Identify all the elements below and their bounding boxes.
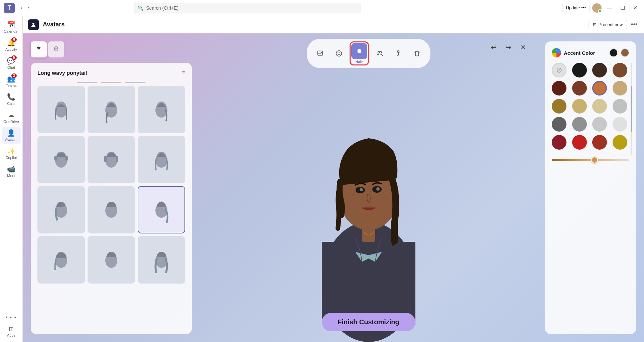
svg-point-12 xyxy=(54,156,57,161)
color-red-brown[interactable] xyxy=(592,135,607,150)
redo-button[interactable]: ↪ xyxy=(502,41,514,53)
svg-point-13 xyxy=(65,156,68,161)
hair-item-9[interactable] xyxy=(138,186,185,233)
teams-badge: 2 xyxy=(11,73,17,78)
hair-item-11[interactable] xyxy=(88,236,135,284)
pose-button[interactable] xyxy=(312,45,328,61)
close-customizer-button[interactable]: ✕ xyxy=(517,41,529,53)
hair-style-title: Long wavy ponytail xyxy=(37,70,87,76)
page-more-button[interactable]: ••• xyxy=(630,20,639,29)
hair-style-icon xyxy=(35,46,42,53)
accent-swatch-2[interactable] xyxy=(621,48,629,57)
color-scrollbar-thumb[interactable] xyxy=(631,86,632,132)
hair-item-7[interactable] xyxy=(37,186,85,233)
svg-point-49 xyxy=(360,188,363,191)
color-tan[interactable] xyxy=(572,99,587,114)
hair-item-5[interactable] xyxy=(88,136,135,183)
sidebar-label-activity: Activity xyxy=(5,47,17,51)
filter-button[interactable]: ≡ xyxy=(181,69,185,76)
sidebar-item-teams[interactable]: 👥2 Teams xyxy=(2,73,21,90)
maximize-button[interactable]: ☐ xyxy=(618,3,628,12)
sidebar-item-chat[interactable]: 💬5 Chat xyxy=(2,55,21,71)
hair-accessory-tab[interactable] xyxy=(48,41,64,57)
color-light-grey[interactable] xyxy=(613,99,627,114)
hair-style-3-svg xyxy=(149,96,173,123)
face-button[interactable] xyxy=(331,45,347,61)
sidebar-label-meet: Meet xyxy=(7,174,15,178)
color-light-silver[interactable] xyxy=(613,117,627,132)
sidebar-item-apps[interactable]: ⊞ Apps xyxy=(2,323,21,339)
finish-customizing-button[interactable]: Finish Customizing xyxy=(321,313,415,331)
minimize-button[interactable]: — xyxy=(604,4,615,12)
color-slider[interactable] xyxy=(552,159,629,161)
hair-item-8[interactable] xyxy=(88,186,135,233)
color-scrollbar-track xyxy=(631,63,632,155)
right-panel: Accent Color ⊘ xyxy=(537,33,644,342)
more-icon: • • • xyxy=(6,315,16,320)
color-dark-grey[interactable] xyxy=(552,117,566,132)
update-label: Update xyxy=(566,5,580,10)
hair-scroll-area[interactable] xyxy=(37,86,185,327)
hair-style-8-svg xyxy=(99,196,123,223)
active-indicator xyxy=(0,131,0,139)
color-dark-gold[interactable] xyxy=(613,135,627,150)
right-toolbar: ↩ ↪ ✕ xyxy=(488,41,529,53)
hair-item-12[interactable] xyxy=(138,236,185,284)
sidebar-label-chat: Chat xyxy=(7,65,15,69)
sidebar-item-onedrive[interactable]: ☁ OneDrive xyxy=(2,109,21,126)
sidebar-label-calls: Calls xyxy=(7,102,15,106)
color-golden-brown[interactable] xyxy=(552,99,566,114)
back-button[interactable]: ‹ xyxy=(19,4,24,12)
sidebar-item-more[interactable]: • • • xyxy=(2,313,21,322)
hair-item-6[interactable] xyxy=(138,136,185,183)
slider-section xyxy=(552,159,629,161)
hair-tab-bar xyxy=(31,41,192,57)
color-ash-blonde[interactable] xyxy=(592,99,607,114)
update-button[interactable]: Update ••• xyxy=(562,4,590,12)
sidebar-label-onedrive: OneDrive xyxy=(3,120,19,124)
color-auburn[interactable] xyxy=(592,81,607,96)
hair-item-10[interactable] xyxy=(37,236,85,284)
forward-button[interactable]: › xyxy=(26,4,31,12)
sidebar-item-copilot[interactable]: ✨ Copilot xyxy=(2,145,21,162)
svg-point-35 xyxy=(339,52,340,53)
body-button[interactable] xyxy=(390,45,406,61)
hair-item-4[interactable] xyxy=(37,136,85,183)
sidebar-item-calls[interactable]: 📞 Calls xyxy=(2,91,21,108)
color-black[interactable] xyxy=(572,63,587,77)
hair-style-1-svg xyxy=(49,96,73,123)
hair-item-2[interactable] xyxy=(88,86,135,133)
close-button[interactable]: ✕ xyxy=(630,3,640,12)
search-bar[interactable]: 🔍 Search (Ctrl+E) xyxy=(134,3,361,13)
color-dark-brown[interactable] xyxy=(592,63,607,77)
undo-button[interactable]: ↩ xyxy=(488,41,500,53)
hair-button[interactable] xyxy=(351,43,367,59)
hair-style-tab[interactable] xyxy=(31,41,47,57)
group-button[interactable] xyxy=(372,45,388,61)
color-dark-auburn[interactable] xyxy=(552,81,566,96)
hair-item-3[interactable] xyxy=(138,86,185,133)
color-dark-red[interactable] xyxy=(552,135,566,150)
page-header: Avatars ⊡ Present now ••• xyxy=(23,16,644,33)
outfit-button[interactable] xyxy=(409,45,425,61)
color-medium-grey[interactable] xyxy=(572,117,587,132)
present-now-button[interactable]: ⊡ Present now xyxy=(589,20,627,29)
hair-item-1[interactable] xyxy=(37,86,85,133)
slider-thumb[interactable] xyxy=(591,157,598,163)
avatar-center: Hair xyxy=(200,33,537,342)
sidebar-item-calendar[interactable]: 📅 Calendar xyxy=(2,19,21,35)
accent-swatch-1[interactable] xyxy=(609,48,618,57)
sidebar-item-meet[interactable]: 📹 Meet xyxy=(2,163,21,180)
sidebar-item-avatars[interactable]: 👤 Avatars xyxy=(2,127,21,144)
customizer-area: Long wavy ponytail ≡ xyxy=(23,33,644,342)
hair-style-4-svg xyxy=(49,146,73,173)
color-none[interactable]: ⊘ xyxy=(552,63,566,77)
color-brown[interactable] xyxy=(572,81,587,96)
sidebar-item-activity[interactable]: 🔔6 Activity xyxy=(2,37,21,53)
user-avatar[interactable] xyxy=(592,3,602,13)
group-btn-wrap xyxy=(372,45,388,61)
color-medium-brown[interactable] xyxy=(613,63,627,77)
color-silver[interactable] xyxy=(592,117,607,132)
color-light-tan[interactable] xyxy=(613,81,627,96)
color-red[interactable] xyxy=(572,135,587,150)
